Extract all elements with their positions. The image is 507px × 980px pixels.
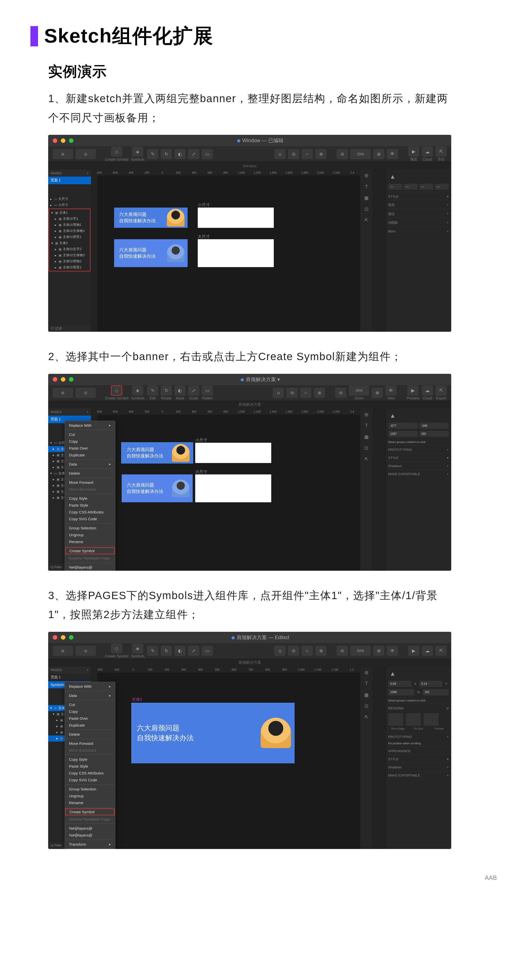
intersect-button[interactable]: ∩: [302, 149, 313, 159]
symbol-banner[interactable]: 六大肩颈问题自我快速解决办法: [132, 703, 294, 763]
image-icon[interactable]: ▦: [363, 194, 370, 202]
minimize-icon[interactable]: [61, 635, 65, 640]
layer-label: 小尺寸: [58, 203, 68, 207]
grid-icon[interactable]: ⊡: [363, 205, 370, 213]
canvas[interactable]: -800-600-400-20002004006008001,0001,2001…: [91, 409, 360, 571]
edit-button[interactable]: ✎: [147, 149, 158, 159]
minimize-icon[interactable]: [61, 377, 65, 382]
canvas[interactable]: -800-600-400-20002004006008001,0001,2001…: [91, 170, 360, 332]
window-title: ◆Window — 已编辑: [73, 137, 446, 144]
rotate-button[interactable]: ↻: [161, 149, 172, 159]
menu-copy-css[interactable]: Copy CSS Attributes: [65, 509, 115, 515]
window-title: ◆肩颈解决方案 — Edited: [73, 634, 446, 641]
titlebar: ◆Window — 已编辑: [48, 135, 451, 146]
heading-accent-bar: [30, 26, 38, 46]
layer-label: 主体2: [59, 241, 68, 245]
artboard-small[interactable]: [198, 208, 274, 228]
artboard-large[interactable]: [198, 239, 274, 267]
create-symbol-button[interactable]: ◇: [111, 385, 122, 396]
zoom-icon[interactable]: [69, 635, 73, 640]
canvas[interactable]: -200-10001002003004005006007008009001,00…: [91, 667, 360, 849]
menu-data[interactable]: Data: [65, 461, 115, 468]
banner-selected[interactable]: 六大肩颈问题自我快速解决办法: [122, 443, 193, 463]
banner-1[interactable]: 六大肩颈问题自我快速解决办法: [114, 208, 188, 228]
layer-label: 主体1: [59, 210, 68, 215]
subtract-button[interactable]: ⊖: [288, 149, 299, 159]
insert-icon[interactable]: ⊞: [363, 172, 370, 179]
zoom-icon[interactable]: [69, 377, 73, 382]
preview-button[interactable]: ▶: [408, 146, 419, 157]
plugin-logo-icon[interactable]: ▲: [388, 411, 397, 420]
close-icon[interactable]: [53, 138, 57, 143]
symbols-button[interactable]: ◈: [132, 147, 143, 157]
add-page-button[interactable]: +: [86, 171, 88, 175]
view-button[interactable]: 👁: [387, 149, 398, 159]
symbols-button[interactable]: ◈: [132, 643, 143, 654]
close-icon[interactable]: [53, 377, 57, 382]
close-icon[interactable]: [53, 635, 57, 640]
step-1-text: 1、新建sketch并置入两组完整banner，整理好图层结构，命名如图所示，新…: [48, 89, 451, 127]
menu-cut[interactable]: Cut: [65, 431, 115, 438]
menu-paste-over[interactable]: Paste Over: [65, 445, 115, 452]
create-symbol-button[interactable]: ◇: [111, 147, 122, 157]
text-icon[interactable]: T: [363, 183, 370, 190]
pages-label: PAGES: [51, 171, 62, 175]
banner-2[interactable]: 六大肩颈问题自我快速解决办法: [114, 239, 188, 267]
menu-move-forward[interactable]: Move Forward: [65, 479, 115, 486]
menu-rename[interactable]: Rename: [65, 538, 115, 545]
scale-button[interactable]: ⤢: [188, 149, 199, 159]
group-button[interactable]: ⊞: [53, 149, 73, 159]
export-icon[interactable]: ⇱: [363, 217, 370, 224]
symbols-button[interactable]: ◈: [132, 385, 143, 396]
mask-button[interactable]: ◐: [174, 149, 186, 159]
zoom-out-button[interactable]: ⊖: [336, 149, 348, 159]
menu-copy-svg[interactable]: Copy SVG Code: [65, 515, 115, 522]
menu-paste-style[interactable]: Paste Style: [65, 502, 115, 509]
menu-send-to-symbols: Send to "Symbols" Page: [65, 555, 115, 562]
toolbar: ⊞ ⊟ ◇Create Symbol ◈Symbols ✎ ↻ ◐ ⤢ ▭ ∪ …: [48, 146, 451, 162]
group-button[interactable]: ⊞: [53, 388, 73, 398]
context-menu: Replace With Cut Copy Paste Over Duplica…: [65, 421, 115, 571]
minimize-icon[interactable]: [61, 138, 65, 143]
screenshot-1: ◆Window — 已编辑 ⊞ ⊟ ◇Create Symbol ◈Symbol…: [48, 135, 451, 332]
subtitle: 实例演示: [48, 62, 461, 81]
context-menu: Replace With Data Cut Copy Paste Over Du…: [65, 682, 115, 849]
menu-copy[interactable]: Copy: [65, 438, 115, 445]
watermark: AAB: [0, 874, 507, 881]
document-name: Window: [48, 162, 451, 170]
layer-tree: ▸▭大尺寸 ▸▭小尺寸 ▾▣主体1 ▸▣主体/1/字1 ▸▣主体/1/背物1 ▸…: [48, 184, 91, 325]
zoom-percent[interactable]: 25%: [350, 149, 371, 159]
plugin-strip: [373, 170, 385, 332]
menu-duplicate[interactable]: Duplicate: [65, 452, 115, 458]
menu-create-symbol[interactable]: Create Symbol: [65, 808, 115, 815]
export-button[interactable]: ⇱: [435, 146, 446, 157]
page-item[interactable]: 页面 1: [48, 177, 91, 184]
menu-move-backward[interactable]: Move Backward: [65, 486, 115, 493]
zoom-percent[interactable]: 25%: [349, 385, 369, 396]
right-icon-strip: ⊞ T ▦ ⊡ ⇱: [360, 170, 373, 332]
screenshot-2: ◆肩颈解决方案 ▾ ⊞ ⊟ ◇Create Symbol ◈Symbols ✎E…: [48, 374, 451, 571]
menu-ungroup[interactable]: Ungroup: [65, 531, 115, 538]
menu-delete[interactable]: Delete: [65, 470, 115, 477]
layer-label: 大尺寸: [58, 197, 68, 201]
heading-row: Sketch组件化扩展: [30, 23, 461, 49]
menu-copy-style[interactable]: Copy Style: [65, 495, 115, 502]
menu-create-symbol[interactable]: Create Symbol: [65, 547, 115, 554]
menu-group-selection[interactable]: Group Selection: [65, 525, 115, 531]
zoom-icon[interactable]: [69, 138, 73, 143]
ungroup-button[interactable]: ⊟: [75, 388, 96, 398]
window-title: ◆肩颈解决方案 ▾: [73, 376, 446, 383]
difference-button[interactable]: ⊗: [316, 149, 327, 159]
step-2-text: 2、选择其中一个banner，右击或点击上方Create Symbol新建为组件…: [48, 347, 451, 366]
screenshot-3: ◆肩颈解决方案 — Edited ⊞⊟ ◇Create Symbol ◈Symb…: [48, 632, 451, 849]
menu-replace-with[interactable]: Replace With: [65, 422, 115, 429]
ungroup-button[interactable]: ⊟: [75, 149, 96, 159]
left-panel: PAGES+ 页面 1 ▸▭大尺寸 ▸▭小尺寸 ▾▣主体1 ▸▣主体/1/字1 …: [48, 170, 91, 332]
layer-filter[interactable]: ◎ 过滤: [48, 325, 91, 332]
zoom-in-button[interactable]: ⊕: [373, 149, 384, 159]
cloud-button[interactable]: ☁: [422, 147, 433, 157]
create-symbol-button[interactable]: ◇: [111, 643, 122, 654]
plugin-logo-icon[interactable]: ▲: [388, 172, 397, 181]
flatten-button[interactable]: ▭: [202, 149, 213, 159]
union-button[interactable]: ∪: [274, 149, 285, 159]
